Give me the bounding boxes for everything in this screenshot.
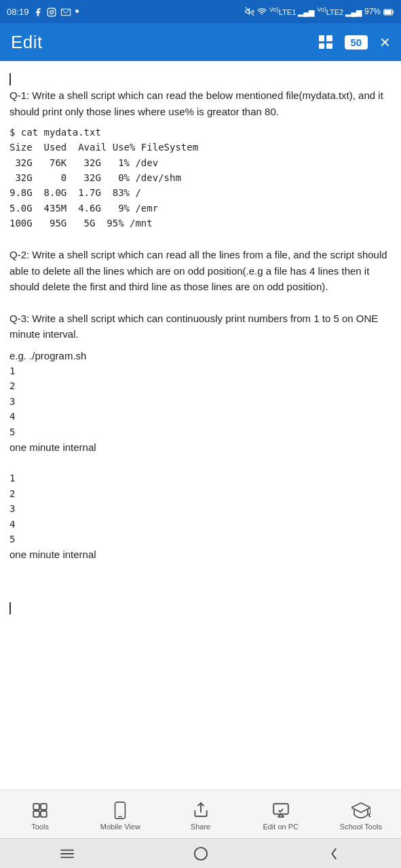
content-area: Q-1: Write a shell script which can read… <box>0 61 401 789</box>
question-2-block: Q-2: Write a shell script which can read… <box>9 247 392 294</box>
nav-home-button[interactable] <box>134 839 267 868</box>
question-3-numbers-2: 1 2 3 4 5 <box>9 471 392 547</box>
tools-label: Tools <box>31 823 49 831</box>
page-count-badge[interactable]: 50 <box>345 35 368 50</box>
battery-icon <box>383 7 394 16</box>
svg-point-1 <box>50 10 53 14</box>
edit-pc-icon <box>272 800 290 821</box>
svg-rect-19 <box>369 814 370 816</box>
status-bar-left: 08:19 • <box>7 5 79 19</box>
facebook-icon <box>33 6 43 17</box>
question-3-interval-2: one minute internal <box>9 547 392 562</box>
svg-rect-6 <box>385 10 392 14</box>
grid-view-icon[interactable] <box>319 35 332 49</box>
gmail-icon <box>60 7 71 17</box>
question-1-text: Q-1: Write a shell script which can read… <box>9 87 392 119</box>
question-1-block: Q-1: Write a shell script which can read… <box>9 87 392 231</box>
battery-label: 97% <box>364 7 381 16</box>
header-icons: 50 × <box>319 33 390 51</box>
time-label: 08:19 <box>7 7 29 17</box>
question-3-block: Q-3: Write a shell script which can cont… <box>9 311 392 562</box>
close-button[interactable]: × <box>380 33 390 51</box>
tools-icon <box>31 800 49 821</box>
nav-bar <box>0 838 401 868</box>
school-icon <box>351 800 370 821</box>
toolbar-edit-on-pc[interactable]: Edit on PC <box>241 800 321 831</box>
header: Edit 50 × <box>0 23 401 61</box>
bottom-toolbar: Tools Mobile View Share <box>0 789 401 838</box>
svg-rect-7 <box>393 11 394 13</box>
question-2-text: Q-2: Write a shell script which can read… <box>9 247 392 294</box>
svg-point-4 <box>262 14 263 15</box>
lte1-label: Vo)LTE1 ▂▄▆ <box>269 6 314 17</box>
toolbar-share[interactable]: Share <box>160 800 240 831</box>
page-title: Edit <box>11 32 43 53</box>
mute-icon <box>245 7 254 17</box>
svg-point-2 <box>53 9 54 11</box>
share-label: Share <box>191 823 210 831</box>
edit-on-pc-label: Edit on PC <box>263 823 299 831</box>
lte2-label: Vo)LTE2 ▂▄▆ <box>317 6 362 17</box>
question-3-example: e.g. ./program.sh <box>9 348 392 363</box>
svg-rect-12 <box>115 802 126 818</box>
cursor-end <box>9 602 11 614</box>
toolbar-tools[interactable]: Tools <box>0 800 80 831</box>
share-icon <box>192 800 210 821</box>
status-bar-right: Vo)LTE1 ▂▄▆ Vo)LTE2 ▂▄▆ 97% <box>245 6 394 17</box>
instagram-icon <box>47 6 56 17</box>
svg-rect-9 <box>41 804 47 810</box>
svg-point-23 <box>194 847 206 859</box>
svg-rect-15 <box>273 804 288 814</box>
svg-rect-10 <box>33 811 39 817</box>
question-1-code: $ cat mydata.txt Size Used Avail Use% Fi… <box>9 125 392 231</box>
question-3-text: Q-3: Write a shell script which can cont… <box>9 311 392 342</box>
toolbar-school-tools[interactable]: School Tools <box>321 800 401 831</box>
question-3-interval-1: one minute internal <box>9 439 392 455</box>
nav-back-button[interactable] <box>267 839 401 868</box>
mobile-view-label: Mobile View <box>100 823 140 831</box>
svg-rect-0 <box>47 8 56 16</box>
school-tools-label: School Tools <box>340 823 382 831</box>
question-3-numbers-1: 1 2 3 4 5 <box>9 363 392 439</box>
nav-menu-button[interactable] <box>0 839 134 868</box>
toolbar-mobile-view[interactable]: Mobile View <box>80 800 160 831</box>
svg-rect-8 <box>33 804 39 810</box>
status-bar: 08:19 • <box>0 0 401 23</box>
mobile-icon <box>113 800 128 821</box>
svg-rect-11 <box>41 811 47 817</box>
wifi-icon <box>257 7 267 17</box>
cursor <box>9 73 11 85</box>
dot-label: • <box>75 5 79 19</box>
